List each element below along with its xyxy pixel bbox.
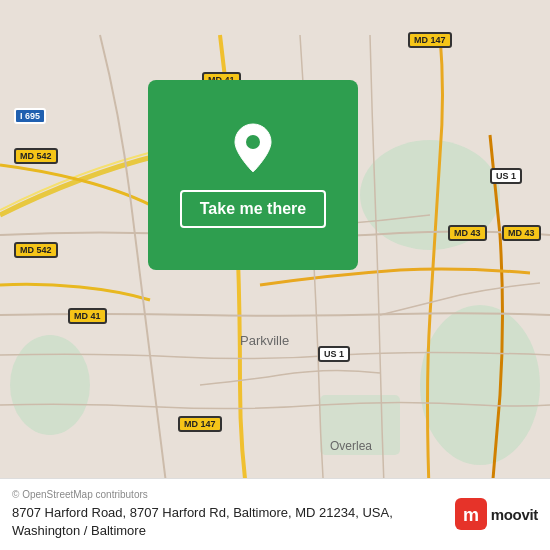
- svg-point-3: [10, 335, 90, 435]
- action-panel: Take me there: [148, 80, 358, 270]
- badge-md43-right: MD 43: [502, 225, 541, 241]
- moovit-text: moovit: [491, 506, 538, 523]
- badge-i695: I 695: [14, 108, 46, 124]
- badge-md542-top: MD 542: [14, 148, 58, 164]
- info-bar: © OpenStreetMap contributors 8707 Harfor…: [0, 478, 550, 550]
- moovit-icon: m: [455, 498, 487, 530]
- badge-us1-right: US 1: [490, 168, 522, 184]
- svg-point-7: [246, 135, 260, 149]
- copyright-text: © OpenStreetMap contributors: [12, 489, 445, 500]
- badge-md43-top: MD 43: [448, 225, 487, 241]
- address-block: © OpenStreetMap contributors 8707 Harfor…: [12, 489, 445, 540]
- badge-md147-bottom: MD 147: [178, 416, 222, 432]
- svg-text:Parkville: Parkville: [240, 333, 289, 348]
- svg-text:m: m: [463, 505, 479, 525]
- badge-md41-bottom: MD 41: [68, 308, 107, 324]
- badge-md147: MD 147: [408, 32, 452, 48]
- moovit-logo: m moovit: [455, 498, 538, 530]
- map-container: Parkville Overlea I 695 MD 41 MD 147 MD …: [0, 0, 550, 550]
- take-me-there-button[interactable]: Take me there: [180, 190, 326, 228]
- badge-us1-bottom: US 1: [318, 346, 350, 362]
- svg-point-2: [420, 305, 540, 465]
- svg-text:Overlea: Overlea: [330, 439, 372, 453]
- address-text: 8707 Harford Road, 8707 Harford Rd, Balt…: [12, 504, 445, 540]
- badge-md542-mid: MD 542: [14, 242, 58, 258]
- location-pin-icon: [231, 122, 275, 174]
